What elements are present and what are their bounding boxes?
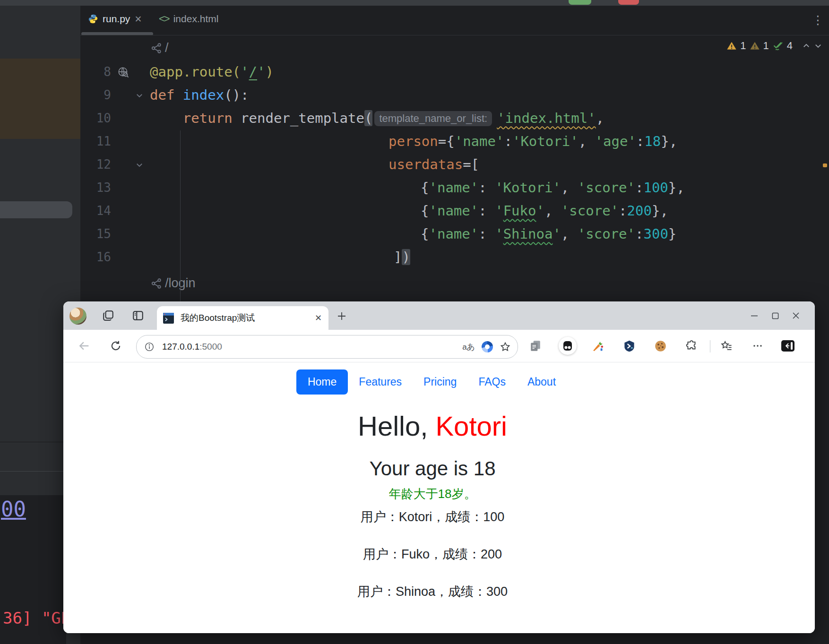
profile-avatar[interactable] <box>69 308 86 325</box>
address-bar[interactable]: 127.0.0.1:5000 aあ <box>136 335 518 359</box>
editor-tab-runpy[interactable]: run.py ✕ <box>88 9 142 29</box>
extension-bw-icon[interactable] <box>559 337 577 355</box>
age-note: 年龄大于18岁。 <box>63 486 808 502</box>
swirl-extension-icon[interactable] <box>482 341 493 352</box>
ide-top-strip <box>0 0 829 6</box>
nav-pill-pricing[interactable]: Pricing <box>413 369 467 395</box>
code-line[interactable]: 11person={'name':'Kotori', 'age':18}, <box>0 130 829 153</box>
code-line[interactable]: 16]) <box>0 246 829 269</box>
code-line[interactable]: 15{'name': 'Shinoa', 'score':300} <box>0 223 829 246</box>
maximize-button[interactable] <box>765 306 786 325</box>
console-log-line: 36] "GET /favicon.ico HTTP/1.1" 404 <box>3 635 380 644</box>
code-line[interactable]: 8@app.route('/') <box>0 60 829 84</box>
nav-pill-home[interactable]: Home <box>296 369 348 395</box>
line-number: 14 <box>80 199 111 223</box>
share-icon <box>150 277 163 290</box>
browser-window: 我的Bootstrap测试 ✕ <box>63 301 815 633</box>
toolbar-divider <box>710 340 710 352</box>
refresh-icon[interactable] <box>108 338 124 354</box>
extension-carrot-icon[interactable] <box>590 338 606 354</box>
ok-count: 4 <box>787 40 793 52</box>
stop-button-partial[interactable] <box>618 0 639 5</box>
site-info-icon[interactable] <box>141 339 157 355</box>
extensions-puzzle-icon[interactable] <box>683 338 699 354</box>
code-line[interactable]: 9def index(): <box>0 84 829 107</box>
translate-icon[interactable]: aあ <box>462 342 475 352</box>
route-path: / <box>165 41 169 55</box>
run-panel-row <box>0 471 66 495</box>
user-score-line: 用户：Fuko，成绩：200 <box>63 546 808 563</box>
favorite-star-icon[interactable] <box>500 341 511 352</box>
code-text: userdatas=[ <box>389 153 479 176</box>
line-number: 15 <box>80 223 111 246</box>
collections-icon[interactable] <box>527 338 544 354</box>
flask-route-marker-root[interactable]: / <box>150 41 169 55</box>
code-text: {'name': 'Fuko', 'score':200}, <box>421 199 668 223</box>
sidebar-toggle-icon[interactable] <box>780 338 796 354</box>
tab-favicon-terminal <box>163 313 174 324</box>
hello-name: Kotori <box>435 411 507 441</box>
editor-tab-options-icon[interactable]: ⋮ <box>812 13 824 27</box>
extension-cookie-icon[interactable] <box>652 338 668 354</box>
workspaces-icon[interactable] <box>100 308 116 324</box>
age-heading: Your age is 18 <box>63 457 808 480</box>
code-text: return render_template(template_name_or_… <box>150 107 604 130</box>
python-file-icon <box>88 14 98 24</box>
code-text: {'name': 'Shinoa', 'score':300} <box>421 223 676 246</box>
console-log-line: 36] "GE <box>3 609 70 627</box>
chevron-up-icon[interactable] <box>802 42 811 50</box>
editor-tab-label: run.py <box>103 13 130 25</box>
favorites-list-icon[interactable] <box>718 338 734 354</box>
extension-translate-shield-icon[interactable] <box>621 338 637 354</box>
user-score-line: 用户：Shinoa，成绩：300 <box>63 583 808 600</box>
code-line[interactable]: 13{'name': 'Kotori', 'score':100}, <box>0 176 829 199</box>
endpoint-globe-icon[interactable] <box>117 66 130 78</box>
browser-tab[interactable]: 我的Bootstrap测试 ✕ <box>157 306 328 330</box>
fold-chevron-icon[interactable] <box>135 161 144 169</box>
editor-tab-label: index.html <box>173 13 219 25</box>
url-text: 127.0.0.1:5000 <box>162 342 222 352</box>
tab-close-icon[interactable]: ✕ <box>315 313 322 323</box>
page-viewport: HomeFeaturesPricingFAQsAbout Hello, Koto… <box>63 362 815 633</box>
scrollbar-warning-mark[interactable] <box>823 163 827 167</box>
fold-chevron-icon[interactable] <box>135 91 144 100</box>
warning-count: 1 <box>740 40 746 52</box>
user-score-list: 用户：Kotori，成绩：100用户：Fuko，成绩：200用户：Shinoa，… <box>63 508 808 620</box>
settings-ellipsis-icon[interactable] <box>750 338 766 354</box>
line-number: 10 <box>80 107 111 130</box>
chevron-down-icon[interactable] <box>814 42 822 50</box>
tab-title: 我的Bootstrap测试 <box>181 312 255 324</box>
line-number: 13 <box>80 176 111 199</box>
line-number: 8 <box>80 60 111 84</box>
line-number: 11 <box>80 130 111 153</box>
nav-pill-faqs[interactable]: FAQs <box>467 369 517 395</box>
window-controls <box>744 306 806 325</box>
share-icon <box>150 42 163 54</box>
back-icon[interactable] <box>76 338 92 354</box>
console-url-link[interactable]: 00 <box>1 497 26 522</box>
code-line[interactable]: 12userdatas=[ <box>0 153 829 176</box>
new-tab-icon[interactable] <box>334 308 350 324</box>
nav-pill-about[interactable]: About <box>517 369 567 395</box>
nav-pill-features[interactable]: Features <box>348 369 413 395</box>
code-text: {'name': 'Kotori', 'score':100}, <box>421 176 685 199</box>
inspections-widget[interactable]: 1 1 4 <box>726 40 822 52</box>
close-button[interactable] <box>786 306 806 325</box>
code-line[interactable]: 14{'name': 'Fuko', 'score':200}, <box>0 199 829 223</box>
flask-route-marker-login[interactable]: /login <box>150 276 196 291</box>
editor-tab-indexhtml[interactable]: <> index.html <box>159 9 218 29</box>
line-number: 9 <box>80 84 111 107</box>
code-text: person={'name':'Kotori', 'age':18}, <box>389 130 677 153</box>
split-screen-icon[interactable] <box>130 308 146 324</box>
html-file-icon: <> <box>159 13 169 25</box>
browser-toolbar: 127.0.0.1:5000 aあ <box>63 330 815 362</box>
screen: run.py ✕ <> index.html ⋮ 1 1 4 <box>0 0 829 644</box>
indent-guide <box>180 130 181 301</box>
minimize-button[interactable] <box>744 306 765 325</box>
line-number: 16 <box>80 246 111 269</box>
tab-close-icon[interactable]: ✕ <box>134 15 142 24</box>
run-button-partial[interactable] <box>569 0 591 5</box>
url-host: 127.0.0.1 <box>162 342 199 352</box>
browser-tab-strip: 我的Bootstrap测试 ✕ <box>63 301 815 330</box>
code-line[interactable]: 10 return render_template(template_name_… <box>0 107 829 130</box>
